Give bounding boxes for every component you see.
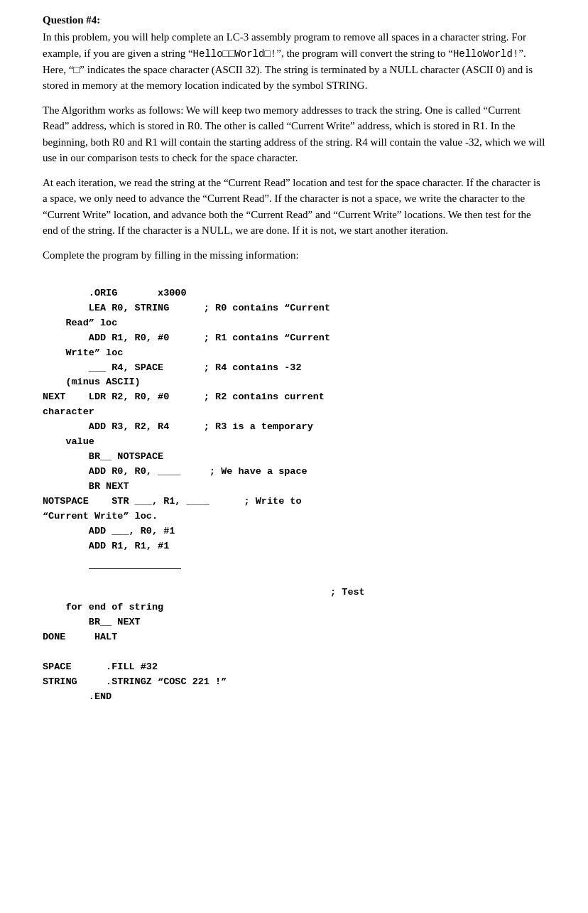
complete-instruction: Complete the program by filling in the m… (43, 247, 545, 264)
question-title: Question #4: (43, 14, 545, 26)
code-line-underline (43, 558, 181, 568)
code-line-add-r3: ADD R3, R2, R4 ; R3 is a temporary value (43, 421, 313, 447)
code-line-blank-r4: ___ R4, SPACE ; R4 contains -32 (minus A… (43, 362, 302, 388)
code-line-test-comment: ; Test for end of string (43, 587, 365, 612)
code-line-lea: LEA R0, STRING ; R0 contains “Current Re… (43, 303, 330, 328)
code-line-next: NEXT LDR R2, R0, #0 ; R2 contains curren… (43, 391, 325, 417)
code-line-notspace: NOTSPACE STR ___, R1, ____ ; Write to “C… (43, 496, 302, 522)
intro-paragraph-1: In this problem, you will help complete … (43, 29, 545, 94)
code-line-space: SPACE .FILL #32 (43, 661, 158, 672)
code-line-br-next: BR NEXT (43, 481, 129, 492)
question-header: Question #4: In this problem, you will h… (43, 14, 545, 720)
code-line-orig: .ORIG x3000 (43, 288, 187, 298)
code-line-br-next2: BR__ NEXT (43, 617, 141, 627)
code-line-add-r1-1: ADD R1, R1, #1 (43, 541, 169, 551)
intro-paragraph-3: At each iteration, we read the string at… (43, 175, 545, 239)
code-line-end: .END (43, 691, 111, 702)
code-block: .ORIG x3000 LEA R0, STRING ; R0 contains… (43, 271, 545, 720)
code-line-done: DONE HALT (43, 632, 117, 642)
code-line-br-notspace: BR__ NOTSPACE (43, 451, 163, 462)
code-line-add-space: ADD R0, R0, ____ ; We have a space (43, 466, 307, 477)
code-line-add-r1: ADD R1, R0, #0 ; R1 contains “Current Wr… (43, 333, 330, 358)
code-line-add-blank: ADD ___, R0, #1 (43, 526, 175, 536)
code-line-string: STRING .STRINGZ “COSC 221 !” (43, 676, 227, 687)
intro-paragraph-2: The Algorithm works as follows: We will … (43, 102, 545, 166)
